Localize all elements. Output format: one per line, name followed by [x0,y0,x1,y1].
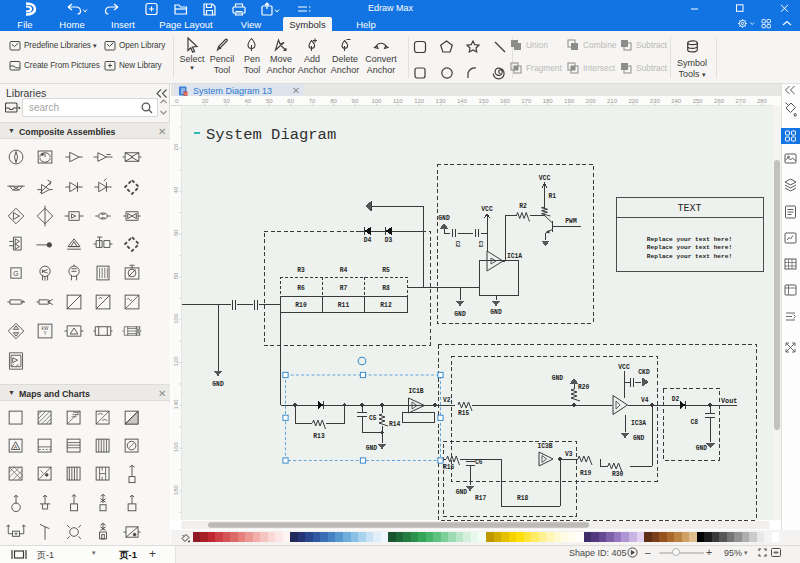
svg-text:G: G [13,270,18,277]
svg-text:80: 80 [173,272,179,279]
svg-text:PWM: PWM [565,218,577,225]
svg-text:240: 240 [671,98,682,104]
svg-text:120: 120 [173,356,179,367]
svg-text:R17: R17 [475,495,487,502]
svg-text:180: 180 [543,98,554,104]
svg-text:D4: D4 [364,237,372,244]
svg-text:30: 30 [223,98,230,104]
svg-text:20: 20 [173,143,179,150]
svg-text:120: 120 [414,98,425,104]
svg-text:GND: GND [366,445,378,452]
svg-text:R6: R6 [297,285,305,292]
svg-text:200: 200 [586,98,597,104]
svg-text:C8: C8 [690,419,698,426]
svg-text:GND: GND [490,309,502,316]
svg-text:70: 70 [309,98,316,104]
svg-text:190: 190 [564,98,575,104]
svg-text:C6: C6 [475,459,483,466]
svg-text:C3: C3 [477,241,484,248]
svg-text:Vout: Vout [721,397,737,405]
svg-text:20: 20 [202,98,209,104]
svg-text:130: 130 [436,98,447,104]
svg-text:VCC: VCC [539,175,551,182]
svg-text:IC3B: IC3B [537,443,552,450]
svg-text:GND: GND [552,375,564,382]
svg-text:140: 140 [173,399,179,410]
svg-text:Replace your text here!: Replace your text here! [647,236,732,243]
svg-text:90: 90 [352,98,359,104]
svg-text:A: A [14,444,18,450]
svg-text:R15: R15 [458,410,470,417]
svg-text:160: 160 [173,442,179,453]
svg-text:System Diagram: System Diagram [206,126,336,144]
svg-text:Y: Y [43,331,47,336]
svg-text:60: 60 [287,98,294,104]
svg-text:R12: R12 [380,302,392,309]
svg-text:GND: GND [633,435,645,442]
svg-text:GND: GND [212,381,224,388]
svg-text:D3: D3 [385,237,393,244]
svg-text:280: 280 [757,98,768,104]
svg-text:R2: R2 [519,203,527,210]
svg-text:GND: GND [438,215,450,222]
svg-text:C5: C5 [369,415,377,422]
svg-text:IC3A: IC3A [631,420,646,427]
svg-text:230: 230 [650,98,661,104]
svg-text:GND: GND [456,489,468,496]
svg-text:50: 50 [266,98,273,104]
svg-text:kW: kW [42,326,49,331]
svg-text:R30: R30 [612,471,624,478]
svg-text:C2: C2 [454,241,461,248]
svg-text:60: 60 [173,229,179,236]
svg-text:VCC: VCC [618,364,630,371]
svg-text:System Diagram 13: System Diagram 13 [193,86,272,96]
svg-text:R5: R5 [382,267,390,274]
svg-text:150: 150 [478,98,489,104]
svg-text:Replace your text here!: Replace your text here! [647,253,732,260]
svg-text:Replace your text here!: Replace your text here! [647,244,732,251]
svg-text:40: 40 [173,186,179,193]
svg-text:80: 80 [330,98,337,104]
svg-text:IC1A: IC1A [507,253,522,260]
svg-text:R7: R7 [340,285,348,292]
svg-text:R1: R1 [549,193,557,200]
svg-text:R10: R10 [295,302,307,309]
svg-text:V2: V2 [443,397,451,404]
svg-text:250: 250 [693,98,704,104]
svg-text:110: 110 [393,98,403,104]
svg-text:260: 260 [714,98,725,104]
svg-text:100: 100 [371,98,382,104]
svg-text:D2: D2 [672,396,680,403]
svg-text:40: 40 [244,98,251,104]
svg-text:100: 100 [173,313,179,324]
svg-text:R13: R13 [313,433,325,440]
svg-text:V4: V4 [641,397,649,404]
svg-text:R11: R11 [338,302,350,309]
svg-text:GND: GND [696,445,708,452]
svg-text:R20: R20 [578,384,590,391]
svg-text:R19: R19 [580,470,592,477]
svg-text:210: 210 [607,98,618,104]
svg-text:GND: GND [454,311,466,318]
svg-text:TEXT: TEXT [677,203,701,214]
svg-text:R16: R16 [443,464,455,471]
svg-text:R14: R14 [389,421,401,428]
svg-text:CKD: CKD [638,369,650,376]
svg-text:160: 160 [500,98,511,104]
svg-text:R4: R4 [340,267,348,274]
svg-text:270: 270 [735,98,746,104]
svg-text:R3: R3 [297,267,305,274]
svg-text:V3: V3 [565,451,573,458]
svg-text:170: 170 [521,98,532,104]
svg-text:R8: R8 [382,285,390,292]
svg-text:R18: R18 [517,495,529,502]
svg-text:VCC: VCC [481,206,493,213]
svg-text:140: 140 [457,98,468,104]
svg-text:180: 180 [173,484,179,495]
svg-text:220: 220 [628,98,639,104]
svg-text:IC1B: IC1B [408,388,423,395]
